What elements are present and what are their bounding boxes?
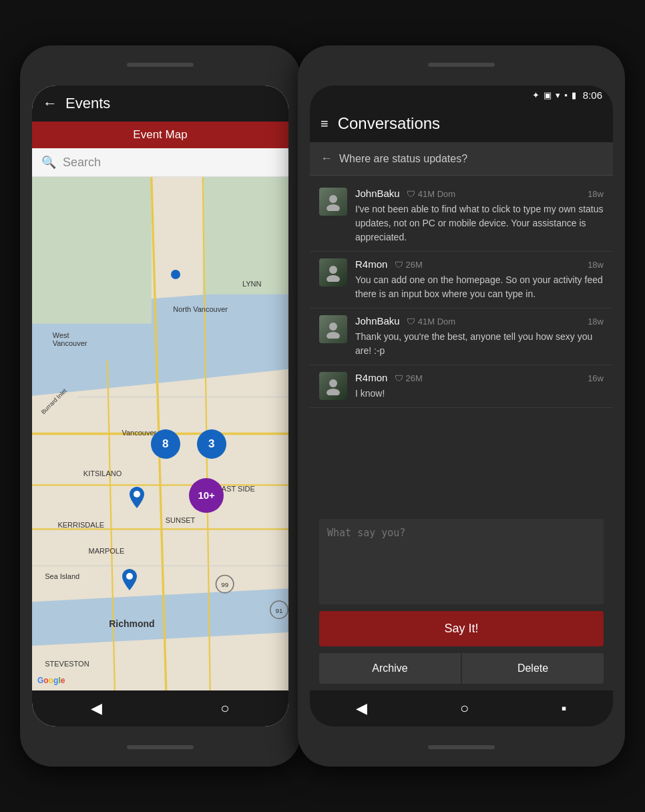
msg-time-2: 18w bbox=[588, 260, 604, 270]
conversations-title: Conversations bbox=[338, 114, 440, 133]
label-steveston: STEVESTON bbox=[45, 660, 89, 668]
message-content-1: JohnBaku 🛡 41M Dom 18w I've not been abl… bbox=[355, 188, 604, 244]
msg-meta-4: 🛡 26M bbox=[395, 373, 423, 383]
speaker-bar-right bbox=[428, 63, 495, 67]
msg-time-1: 18w bbox=[588, 189, 604, 199]
msg-text-4: I know! bbox=[355, 387, 604, 401]
message-item-4: R4mon 🛡 26M 16w I know! bbox=[310, 365, 613, 408]
google-logo: Google bbox=[37, 676, 65, 685]
avatar-r4mon-1 bbox=[319, 258, 347, 286]
where-arrow[interactable]: ← bbox=[320, 152, 333, 166]
label-north-van: North Vancouver bbox=[173, 305, 228, 313]
battery-icon: ▮ bbox=[572, 90, 576, 100]
map-container[interactable]: 1A 99 91 WestVancouver North Vancouver L… bbox=[32, 177, 288, 690]
msg-text-3: Thank you, you're the best, anyone tell … bbox=[355, 330, 604, 358]
svg-point-22 bbox=[329, 195, 337, 203]
msg-time-4: 16w bbox=[588, 373, 604, 383]
svg-point-23 bbox=[327, 204, 340, 211]
phone-right: ✦ ▣ ▾ ▪ ▮ 8:06 ≡ Conversations ← Where a… bbox=[298, 45, 625, 767]
bottom-bar-right bbox=[428, 745, 495, 749]
where-bar: ← Where are status updates? bbox=[310, 142, 613, 176]
msg-name-1: JohnBaku bbox=[355, 188, 400, 199]
action-row: Archive Delete bbox=[319, 653, 604, 684]
message-item-3: JohnBaku 🛡 41M Dom 18w Thank you, you're… bbox=[310, 309, 613, 365]
svg-text:91: 91 bbox=[275, 607, 282, 614]
search-icon: 🔍 bbox=[41, 155, 56, 170]
marker-kerrisdale bbox=[130, 487, 144, 511]
svg-point-21 bbox=[126, 573, 133, 580]
nav-back-left[interactable]: ◀ bbox=[91, 700, 102, 717]
label-west-van: WestVancouver bbox=[53, 331, 87, 347]
cluster-8[interactable]: 8 bbox=[151, 429, 180, 459]
svg-point-27 bbox=[327, 332, 340, 339]
message-header-3: JohnBaku 🛡 41M Dom 18w bbox=[355, 315, 604, 327]
msg-name-2: R4mon bbox=[355, 258, 387, 270]
avatar-johnbaku-1 bbox=[319, 188, 347, 216]
signal-icon: ▪ bbox=[564, 90, 568, 100]
events-title: Events bbox=[65, 95, 110, 112]
status-bar: ✦ ▣ ▾ ▪ ▮ 8:06 bbox=[310, 85, 613, 105]
svg-point-26 bbox=[329, 323, 337, 331]
message-item: JohnBaku 🛡 41M Dom 18w I've not been abl… bbox=[310, 181, 613, 252]
nav-back-right[interactable]: ◀ bbox=[356, 700, 367, 717]
message-content-2: R4mon 🛡 26M 18w You can add one on the h… bbox=[355, 258, 604, 301]
message-header-1: JohnBaku 🛡 41M Dom 18w bbox=[355, 188, 604, 200]
nav-bar-right: ◀ ○ ▪ bbox=[310, 690, 613, 727]
svg-rect-5 bbox=[32, 177, 152, 324]
bluetooth-icon: ✦ bbox=[532, 90, 540, 100]
events-screen: ← Events Event Map 🔍 Search bbox=[32, 85, 288, 727]
archive-button[interactable]: Archive bbox=[319, 653, 461, 684]
search-bar: 🔍 Search bbox=[32, 148, 288, 177]
avatar-r4mon-2 bbox=[319, 372, 347, 400]
bottom-bar-left bbox=[127, 745, 194, 749]
back-button[interactable]: ← bbox=[43, 95, 57, 112]
svg-point-20 bbox=[134, 491, 140, 497]
svg-text:99: 99 bbox=[221, 581, 228, 588]
reply-area[interactable] bbox=[319, 519, 604, 604]
nav-home-left[interactable]: ○ bbox=[220, 700, 229, 717]
scene: ← Events Event Map 🔍 Search bbox=[0, 0, 645, 812]
conversations-screen: ✦ ▣ ▾ ▪ ▮ 8:06 ≡ Conversations ← Where a… bbox=[310, 85, 613, 727]
svg-point-29 bbox=[327, 389, 340, 395]
msg-name-3: JohnBaku bbox=[355, 315, 400, 327]
msg-time-3: 18w bbox=[588, 317, 604, 327]
label-marpole: MARPOLE bbox=[88, 547, 124, 555]
phone-screen-right: ✦ ▣ ▾ ▪ ▮ 8:06 ≡ Conversations ← Where a… bbox=[310, 85, 613, 727]
label-kitsilano: KITSILANO bbox=[83, 469, 122, 477]
phone-left: ← Events Event Map 🔍 Search bbox=[20, 45, 300, 767]
cluster-10plus[interactable]: 10+ bbox=[189, 478, 224, 513]
cluster-3[interactable]: 3 bbox=[197, 429, 226, 459]
msg-meta-3: 🛡 41M Dom bbox=[407, 317, 455, 327]
message-content-4: R4mon 🛡 26M 16w I know! bbox=[355, 372, 604, 401]
messages-area: JohnBaku 🛡 41M Dom 18w I've not been abl… bbox=[310, 176, 613, 512]
svg-point-28 bbox=[329, 379, 337, 387]
nav-square-right[interactable]: ▪ bbox=[562, 700, 567, 717]
say-it-button[interactable]: Say It! bbox=[319, 611, 604, 646]
msg-meta-1: 🛡 41M Dom bbox=[407, 189, 455, 199]
reply-input[interactable] bbox=[327, 527, 596, 594]
conversations-header: ≡ Conversations bbox=[310, 105, 613, 142]
message-header-2: R4mon 🛡 26M 18w bbox=[355, 258, 604, 270]
svg-point-25 bbox=[327, 275, 340, 282]
message-header-4: R4mon 🛡 26M 16w bbox=[355, 372, 604, 384]
event-map-tab[interactable]: Event Map bbox=[32, 122, 288, 148]
pin-small-north bbox=[171, 270, 180, 279]
where-text: Where are status updates? bbox=[339, 153, 467, 165]
msg-name-4: R4mon bbox=[355, 372, 387, 383]
msg-meta-2: 🛡 26M bbox=[395, 260, 423, 270]
message-item-2: R4mon 🛡 26M 18w You can add one on the h… bbox=[310, 252, 613, 309]
msg-text-1: I've not been able to find what to click… bbox=[355, 202, 604, 244]
svg-rect-4 bbox=[203, 177, 288, 294]
avatar-johnbaku-2 bbox=[319, 315, 347, 343]
delete-button[interactable]: Delete bbox=[462, 653, 604, 684]
vibrate-icon: ▣ bbox=[544, 90, 552, 100]
events-header: ← Events bbox=[32, 85, 288, 122]
search-placeholder[interactable]: Search bbox=[63, 156, 101, 170]
phone-screen-left: ← Events Event Map 🔍 Search bbox=[32, 85, 288, 727]
nav-home-right[interactable]: ○ bbox=[460, 700, 469, 717]
wifi-icon: ▾ bbox=[556, 90, 560, 100]
svg-point-24 bbox=[329, 266, 337, 274]
msg-text-2: You can add one on the homepage. So on y… bbox=[355, 273, 604, 301]
speaker-bar-left bbox=[127, 63, 194, 67]
menu-icon[interactable]: ≡ bbox=[320, 116, 329, 132]
